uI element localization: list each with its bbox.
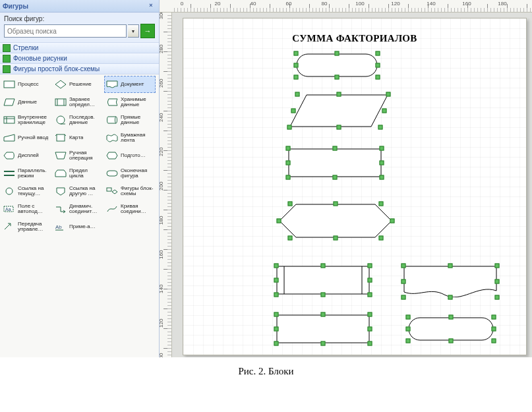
ruler-tick-label: 180 [498, 1, 506, 7]
stencil-book-icon [3, 44, 11, 52]
shape-gallery-item[interactable]: Заранее определ… [53, 94, 104, 111]
ruler-tick-label: 120 [391, 1, 399, 7]
shape-gallery-icon: Aa [3, 204, 16, 214]
shape-gallery-item[interactable]: Оконечная фигура [104, 165, 156, 182]
ruler-tick-label: 240 [160, 113, 164, 122]
svg-rect-15 [409, 318, 493, 340]
shape-terminator-bottom[interactable] [407, 316, 494, 341]
panel-title: Фигуры [3, 3, 146, 10]
shape-document[interactable] [403, 265, 498, 298]
stencil-book-icon [3, 65, 11, 73]
shape-gallery-item[interactable]: Внутреннее хранилище [1, 111, 53, 129]
shape-gallery-item[interactable]: Ручная операция [53, 147, 104, 164]
shape-gallery-item[interactable]: Карта [53, 129, 104, 146]
svg-text:Ab: Ab [55, 224, 62, 230]
ruler-tick-label: 200 [160, 182, 164, 191]
search-go-button[interactable]: → [140, 24, 155, 38]
panel-close-button[interactable]: × [146, 1, 156, 11]
shape-gallery-item[interactable]: Бумажная лента [104, 129, 156, 146]
shape-gallery-item[interactable]: Решение [53, 76, 104, 93]
shape-predefined-process[interactable] [276, 265, 370, 295]
shape-gallery-icon [3, 221, 16, 232]
shape-gallery-item[interactable]: Фигуры блок-схемы [104, 183, 156, 200]
shape-gallery-icon [105, 97, 119, 107]
shape-gallery-label: Документ [121, 82, 144, 87]
shape-gallery-icon [54, 79, 67, 90]
shape-gallery-label: Внутреннее хранилище [18, 115, 51, 125]
svg-rect-1 [55, 99, 66, 105]
shape-gallery-label: Дисплей [18, 153, 39, 158]
shape-gallery-item[interactable]: Ссылка на текущу… [1, 183, 53, 200]
shape-process-2[interactable] [276, 314, 370, 344]
shape-data[interactable] [289, 94, 389, 128]
shape-gallery-icon [3, 186, 16, 196]
shape-gallery-icon [54, 97, 67, 107]
ruler-tick-label: 60 [286, 1, 292, 7]
shape-gallery-label: Ручная операция [69, 150, 103, 161]
shape-gallery-item[interactable]: Ручной ввод [1, 129, 53, 146]
ruler-tick-label: 220 [160, 148, 164, 156]
shape-gallery-icon [105, 168, 119, 179]
shape-gallery-item[interactable]: Передача управле… [1, 218, 53, 235]
shape-gallery-item[interactable]: Кривая соедини… [104, 200, 156, 218]
shape-gallery-item[interactable]: Предел цикла [53, 165, 104, 182]
shape-gallery-item[interactable]: AaПоле с автопод… [1, 200, 53, 218]
search-dropdown-button[interactable]: ▼ [128, 24, 139, 38]
search-input[interactable] [4, 24, 127, 38]
svg-rect-14 [277, 315, 369, 343]
drawing-page[interactable]: СУММА ФАКТОРИАЛОВ [183, 18, 527, 355]
ruler-tick-label: 40 [251, 1, 256, 7]
stencil-item[interactable]: Фоновые рисунки [0, 53, 159, 64]
shape-gallery-label: Прямые данные [121, 115, 154, 125]
stencil-list: СтрелкиФоновые рисункиФигуры простой бло… [0, 43, 159, 74]
shape-gallery-label: Заранее определ… [69, 97, 103, 107]
ruler-tick-label: 120 [160, 319, 164, 328]
shape-gallery-item[interactable]: AbПриме-а… [53, 218, 104, 235]
svg-rect-2 [4, 117, 15, 123]
ruler-tick-label: 160 [160, 250, 164, 259]
stencil-item[interactable]: Фигуры простой блок-схемы [0, 64, 159, 74]
svg-rect-0 [4, 81, 15, 88]
shape-gallery-icon [54, 168, 67, 179]
shape-gallery-icon [3, 132, 16, 143]
shape-gallery-item[interactable]: Хранимые данные [104, 94, 156, 111]
ruler-corner [160, 0, 172, 13]
shape-gallery-icon [3, 79, 16, 90]
shape-gallery-label: Оконечная фигура [121, 168, 154, 179]
shape-gallery-icon [105, 150, 119, 161]
ruler-tick-label: 20 [215, 1, 221, 7]
shape-gallery-icon: Ab [54, 221, 67, 232]
shape-terminator-top[interactable] [295, 53, 378, 78]
ruler-tick-label: 180 [160, 216, 164, 225]
shape-gallery-item[interactable]: Процесс [1, 76, 53, 93]
shape-gallery-label: Приме-а… [69, 224, 96, 229]
ruler-tick-label: 280 [160, 45, 164, 53]
shape-gallery-icon [54, 186, 67, 196]
shape-gallery-item[interactable]: Параллель. режим [1, 165, 53, 182]
shape-gallery-label: Передача управле… [18, 221, 51, 232]
shape-gallery-item[interactable]: Данные [1, 94, 53, 111]
svg-rect-13 [277, 266, 369, 294]
shape-gallery-icon [3, 168, 16, 179]
shape-gallery-item[interactable]: Ссылка на другую … [53, 183, 104, 200]
shape-gallery-label: Ручной ввод [18, 135, 48, 140]
shape-gallery-item[interactable]: Дисплей [1, 147, 53, 164]
svg-text:Aa: Aa [5, 207, 11, 212]
shape-gallery-icon [3, 115, 16, 125]
stencil-label: Стрелки [13, 44, 38, 51]
shape-gallery-item[interactable]: Прямые данные [104, 111, 156, 129]
stencil-item[interactable]: Стрелки [0, 43, 159, 53]
shape-gallery-icon [105, 186, 119, 196]
shape-gallery-item[interactable]: Последов. данные [53, 111, 104, 129]
shape-process[interactable] [287, 148, 382, 178]
shape-gallery-item[interactable]: Подгото… [104, 147, 156, 164]
shape-gallery-label: Подгото… [121, 153, 146, 158]
shape-gallery-label: Кривая соедини… [121, 204, 154, 214]
svg-rect-4 [57, 134, 65, 141]
shape-gallery-item[interactable]: Документ [104, 76, 156, 93]
shape-gallery-label: Данные [18, 100, 37, 105]
shape-gallery-item[interactable]: Динамич. соединит… [53, 200, 104, 218]
shape-gallery-label: Параллель. режим [18, 168, 51, 179]
shape-preparation[interactable] [278, 203, 393, 239]
canvas-scroll-view[interactable]: СУММА ФАКТОРИАЛОВ [172, 13, 532, 357]
